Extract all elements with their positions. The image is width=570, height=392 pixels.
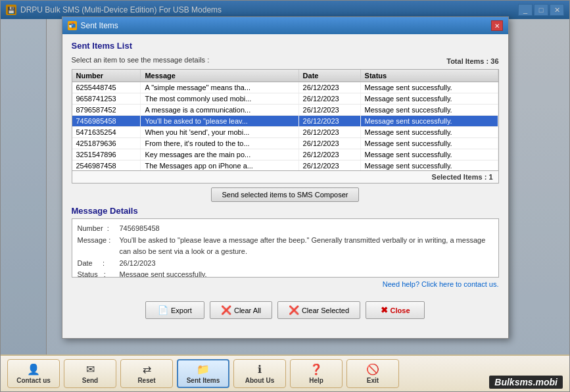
message-details-box: Number : 7456985458 Message : You'll be … <box>72 218 499 278</box>
detail-message-row: Message : You'll be asked to "please lea… <box>78 235 493 258</box>
cell-status: Message sent successfully. <box>360 82 498 93</box>
detail-status-row: Status : Message sent successfully. <box>78 269 493 278</box>
exit-label: Exit <box>367 377 379 384</box>
contact-us-icon: 👤 <box>27 363 40 376</box>
about-us-button[interactable]: ℹ About Us <box>233 359 286 388</box>
dialog-title-bar: 📬 Sent Items ✕ <box>62 17 508 34</box>
message-details-section: Message Details Number : 7456985458 Mess… <box>72 206 499 288</box>
selected-items-label: Selected Items : 1 <box>432 173 493 181</box>
close-label: Close <box>391 306 410 314</box>
watermark: Bulksms.mobi <box>489 376 563 389</box>
clear-selected-label: Clear Selected <box>302 306 349 314</box>
dialog-content: Sent Items List Select an item to see th… <box>62 34 508 295</box>
clear-all-label: Clear All <box>234 306 261 314</box>
send-button[interactable]: ✉ Send <box>64 359 116 388</box>
cell-number: 4251879636 <box>72 138 141 149</box>
detail-date-value: 26/12/2023 <box>120 258 493 270</box>
col-header-status: Status <box>360 70 498 82</box>
cell-status: Message sent successfully. <box>360 105 498 116</box>
cell-date: 26/12/2023 <box>298 116 360 127</box>
sent-items-table-container[interactable]: Number Message Date Status 6255448745 A … <box>72 69 499 171</box>
cell-message: The Messages app on iPhone a... <box>141 160 298 172</box>
detail-number-value: 7456985458 <box>120 223 493 235</box>
cell-message: A message is a communication... <box>141 105 298 116</box>
contact-us-button[interactable]: 👤 Contact us <box>7 359 60 388</box>
help-icon: ❓ <box>310 363 323 376</box>
select-label: Select an item to see the message detail… <box>72 56 210 64</box>
detail-number-label: Number : <box>78 223 117 235</box>
help-button[interactable]: ❓ Help <box>290 359 343 388</box>
table-row[interactable]: 2546987458 The Messages app on iPhone a.… <box>72 160 498 172</box>
table-row[interactable]: 7456985458 You'll be asked to "please le… <box>72 116 498 127</box>
close-icon: ✖ <box>381 305 388 315</box>
close-dialog-button[interactable]: ✖ Close <box>366 301 425 319</box>
exit-button[interactable]: 🚫 Exit <box>346 359 399 388</box>
reset-icon: ⇄ <box>143 363 151 376</box>
dialog-buttons: 📄 Export ❌ Clear All ❌ Clear Selected ✖ … <box>62 301 508 326</box>
cell-status: Message sent successfully. <box>360 138 498 149</box>
table-row[interactable]: 6255448745 A "simple message" means tha.… <box>72 82 498 93</box>
main-window: 💾 DRPU Bulk SMS (Multi-Device Edition) F… <box>0 0 570 392</box>
selected-items-bar: Selected Items : 1 <box>72 171 499 184</box>
table-row[interactable]: 8796587452 A message is a communication.… <box>72 105 498 116</box>
help-link[interactable]: Need help? Click here to contact us. <box>72 280 499 288</box>
cell-message: The most commonly used mobi... <box>141 93 298 105</box>
clear-selected-icon: ❌ <box>289 305 299 315</box>
dialog-icon: 📬 <box>68 21 77 30</box>
about-us-icon: ℹ <box>258 363 262 376</box>
sent-items-icon: 📁 <box>197 363 210 376</box>
cell-date: 26/12/2023 <box>298 82 360 93</box>
send-icon: ✉ <box>86 363 95 376</box>
cell-number: 3251547896 <box>72 149 141 160</box>
about-us-label: About Us <box>245 377 274 384</box>
col-header-message: Message <box>141 70 298 82</box>
cell-message: Key messages are the main po... <box>141 149 298 160</box>
send-selected-button[interactable]: Send selected items to SMS Composer <box>211 187 360 202</box>
dialog-title: Sent Items <box>81 21 491 30</box>
dialog-close-button[interactable]: ✕ <box>491 20 503 31</box>
cell-status: Message sent successfully. <box>360 127 498 138</box>
reset-button[interactable]: ⇄ Reset <box>120 359 173 388</box>
cell-number: 5471635254 <box>72 127 141 138</box>
cell-number: 6255448745 <box>72 82 141 93</box>
cell-date: 26/12/2023 <box>298 127 360 138</box>
detail-date-label: Date : <box>78 258 117 270</box>
sent-items-table: Number Message Date Status 6255448745 A … <box>72 70 498 171</box>
cell-date: 26/12/2023 <box>298 160 360 172</box>
cell-status: Message sent successfully. <box>360 93 498 105</box>
cell-message: A "simple message" means tha... <box>141 82 298 93</box>
table-header-row: Number Message Date Status <box>72 70 498 82</box>
cell-message: From there, it's routed to the to... <box>141 138 298 149</box>
section-title: Sent Items List <box>72 41 499 51</box>
table-row[interactable]: 9658741253 The most commonly used mobi..… <box>72 93 498 105</box>
cell-message: When you hit 'send', your mobi... <box>141 127 298 138</box>
message-details-title: Message Details <box>72 206 499 216</box>
header-row: Select an item to see the message detail… <box>72 56 499 66</box>
cell-date: 26/12/2023 <box>298 138 360 149</box>
clear-all-icon: ❌ <box>221 305 231 315</box>
detail-status-label: Status : <box>78 269 117 278</box>
detail-message-label: Message : <box>78 235 117 258</box>
export-button[interactable]: 📄 Export <box>145 301 204 319</box>
sent-items-button[interactable]: 📁 Sent Items <box>177 359 229 388</box>
cell-number: 8796587452 <box>72 105 141 116</box>
table-row[interactable]: 5471635254 When you hit 'send', your mob… <box>72 127 498 138</box>
table-row[interactable]: 3251547896 Key messages are the main po.… <box>72 149 498 160</box>
table-row[interactable]: 4251879636 From there, it's routed to th… <box>72 138 498 149</box>
cell-status: Message sent successfully. <box>360 160 498 172</box>
col-header-date: Date <box>298 70 360 82</box>
export-icon: 📄 <box>158 305 168 315</box>
sent-items-dialog: 📬 Sent Items ✕ Sent Items List Select an… <box>62 16 509 339</box>
contact-us-label: Contact us <box>16 377 51 384</box>
clear-selected-button[interactable]: ❌ Clear Selected <box>277 301 360 319</box>
clear-all-button[interactable]: ❌ Clear All <box>210 301 272 319</box>
col-header-number: Number <box>72 70 141 82</box>
cell-date: 26/12/2023 <box>298 149 360 160</box>
reset-label: Reset <box>137 377 155 384</box>
cell-status: Message sent successfully. <box>360 116 498 127</box>
help-label: Help <box>309 377 323 384</box>
detail-status-value: Message sent successfully. <box>120 269 493 278</box>
exit-icon: 🚫 <box>366 363 379 376</box>
modal-overlay: 📬 Sent Items ✕ Sent Items List Select an… <box>1 1 569 355</box>
cell-status: Message sent successfully. <box>360 149 498 160</box>
